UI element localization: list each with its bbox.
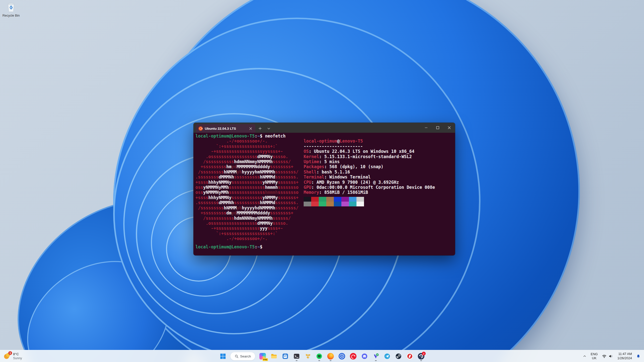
notification-bell-icon [636, 354, 641, 359]
taskbar-icon-discord[interactable] [359, 351, 370, 361]
file-explorer-icon [271, 353, 277, 359]
taskbar-icon-v-app[interactable] [371, 351, 381, 361]
recycle-bin[interactable]: Recycle Bin [2, 2, 21, 17]
tab-dropdown-button[interactable] [265, 125, 272, 132]
copilot-pre-badge: PRE [263, 358, 268, 361]
taskbar-icon-windows-terminal[interactable] [292, 351, 302, 361]
clock-calendar[interactable]: 11:47 AM 1/26/2024 [616, 351, 633, 361]
taskbar-icon-red-shield-app[interactable] [405, 351, 415, 361]
authy-icon [350, 353, 356, 359]
taskbar-icon-1password[interactable] [337, 351, 347, 361]
gold-arrows-icon [305, 353, 311, 359]
telegram-icon [384, 353, 390, 359]
language-code: ENG [591, 352, 598, 356]
start-button[interactable] [218, 351, 228, 361]
red-shield-icon [407, 353, 413, 359]
terminal-window: Ubuntu 22.04.3 LTS [193, 123, 455, 255]
command-line: local-optimum@Lenovo-T5:~$ neofetch [195, 133, 454, 139]
notification-center-button[interactable] [635, 351, 642, 361]
target-app-badge: 2 [422, 352, 426, 355]
v-app-icon [373, 353, 379, 359]
shell-prompt: local-optimum@Lenovo-T5:~$ [195, 244, 454, 249]
neofetch-system-info: local-optimum@Lenovo-T5-----------------… [304, 139, 435, 195]
taskbar-icon-copilot[interactable]: PRE [258, 351, 268, 361]
minimize-button[interactable] [420, 123, 432, 133]
ubuntu-logo-icon [198, 126, 203, 131]
tray-date: 1/26/2024 [617, 356, 632, 360]
recycle-bin-icon [7, 2, 15, 12]
terminal-content[interactable]: local-optimum@Lenovo-T5:~$ neofetch .-/+… [193, 133, 455, 255]
region-code: UK [591, 356, 598, 360]
desktop: Recycle Bin Ubuntu 22.04.3 LTS [0, 0, 644, 362]
tray-overflow-chevron[interactable] [581, 351, 588, 361]
firefox-icon [327, 353, 334, 359]
taskbar-icon-steam[interactable] [393, 351, 404, 361]
windows-logo-icon [220, 353, 226, 359]
tab-close-icon[interactable] [248, 126, 253, 131]
microsoft-store-icon [282, 353, 289, 359]
taskbar: 1 8°C Sunny Search [0, 350, 644, 362]
tab-title: Ubuntu 22.04.3 LTS [205, 127, 246, 130]
neofetch-ascii-art: .-/+oossssoo+/-. `:+ssssssssssssssssss+:… [195, 139, 300, 241]
taskbar-icon-target-app[interactable]: 2 [416, 351, 426, 361]
taskbar-icon-firefox[interactable] [326, 351, 336, 361]
maximize-button[interactable] [432, 123, 444, 133]
chevron-up-icon [583, 354, 587, 358]
wifi-icon [602, 354, 607, 359]
taskbar-icon-gold-arrows-app[interactable] [303, 351, 313, 361]
volume-icon [608, 354, 613, 359]
search-icon [235, 354, 238, 358]
language-indicator[interactable]: ENG UK [589, 351, 599, 361]
spotify-icon [316, 353, 323, 359]
terminal-titlebar[interactable]: Ubuntu 22.04.3 LTS [193, 123, 455, 133]
taskbar-icon-authy[interactable] [348, 351, 358, 361]
steam-icon [395, 353, 402, 359]
tray-time: 11:47 AM [617, 352, 632, 356]
1password-icon [339, 353, 345, 359]
new-tab-button[interactable] [256, 125, 264, 132]
recycle-bin-label: Recycle Bin [2, 14, 21, 17]
discord-icon [361, 353, 368, 359]
taskbar-icon-file-explorer[interactable] [269, 351, 279, 361]
windows-terminal-icon [293, 353, 300, 359]
taskbar-icon-telegram[interactable] [382, 351, 392, 361]
network-volume-flyout[interactable] [600, 351, 615, 361]
terminal-tab[interactable]: Ubuntu 22.04.3 LTS [196, 124, 255, 133]
search-box[interactable]: Search [230, 352, 255, 360]
close-button[interactable] [444, 123, 455, 133]
search-label: Search [240, 354, 251, 358]
taskbar-icon-microsoft-store[interactable] [280, 351, 290, 361]
neofetch-color-palette [304, 197, 435, 206]
taskbar-icon-spotify[interactable] [314, 351, 324, 361]
